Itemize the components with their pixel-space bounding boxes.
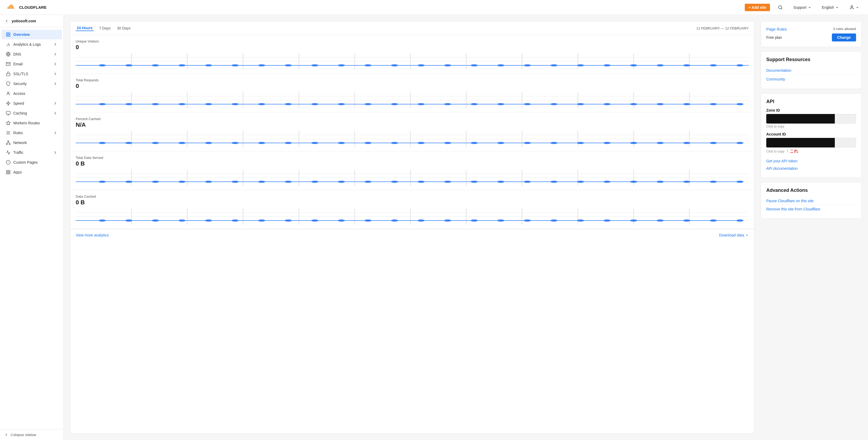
svg-point-63 xyxy=(497,64,504,66)
svg-point-226 xyxy=(683,219,690,222)
sidebar-item-label: Rules xyxy=(13,131,23,135)
chevron-right-icon xyxy=(53,52,58,57)
svg-point-166 xyxy=(125,181,132,183)
sidebar-item-rules[interactable]: Rules xyxy=(2,128,62,138)
sidebar-item-overview[interactable]: Overview xyxy=(2,30,62,39)
sidebar-item-dns[interactable]: DNS xyxy=(2,50,62,59)
svg-point-174 xyxy=(338,181,345,183)
svg-point-165 xyxy=(99,181,106,183)
svg-point-145 xyxy=(603,142,611,144)
svg-point-219 xyxy=(497,219,504,222)
svg-line-25 xyxy=(7,142,8,144)
language-button[interactable]: English xyxy=(819,4,841,11)
add-site-button[interactable]: + Add site xyxy=(745,4,770,11)
shield-icon xyxy=(6,81,11,86)
change-plan-button[interactable]: Change xyxy=(832,33,856,41)
sidebar-item-ssl-tls[interactable]: SSL/TLS xyxy=(2,69,62,79)
get-api-token-link[interactable]: Get your API token xyxy=(766,157,856,165)
api-documentation-link[interactable]: API documentation xyxy=(766,165,856,172)
svg-point-131 xyxy=(231,142,239,144)
svg-point-89 xyxy=(152,103,159,105)
svg-point-178 xyxy=(444,181,451,183)
sidebar-item-apps[interactable]: Apps xyxy=(2,167,62,177)
sidebar-item-speed[interactable]: Speed xyxy=(2,98,62,108)
cloudflare-logo[interactable]: CLOUDFLARE xyxy=(6,4,46,11)
sidebar-item-custom-pages[interactable]: Custom Pages xyxy=(2,157,62,167)
zone-id-label: Zone ID xyxy=(766,108,856,112)
svg-point-58 xyxy=(364,64,372,66)
remove-site-link[interactable]: Remove this site from Cloudflare xyxy=(766,205,856,213)
sidebar-item-access[interactable]: Access xyxy=(2,89,62,98)
chevron-right-icon xyxy=(53,42,58,47)
zone-id-click-to-copy: Click to copy xyxy=(766,125,856,128)
chart-label: Percent Cached xyxy=(76,117,749,121)
workers-icon xyxy=(6,121,11,125)
line-chart-svg xyxy=(76,170,749,186)
svg-point-51 xyxy=(179,64,186,66)
api-links: Get your API token API documentation xyxy=(766,157,856,172)
view-analytics-link[interactable]: View more analytics xyxy=(76,233,108,237)
chevron-down-icon xyxy=(808,6,811,9)
svg-rect-4 xyxy=(6,35,8,36)
svg-point-111 xyxy=(736,103,743,105)
svg-point-66 xyxy=(577,64,584,66)
svg-point-24 xyxy=(9,144,10,145)
support-resources-card: Support Resources Documentation Communit… xyxy=(761,51,862,89)
chevron-right-icon xyxy=(53,81,58,86)
user-menu-button[interactable] xyxy=(847,3,862,11)
svg-point-53 xyxy=(231,64,239,66)
support-button[interactable]: Support xyxy=(791,4,814,11)
community-link[interactable]: Community xyxy=(766,75,856,83)
svg-point-49 xyxy=(125,64,132,66)
sidebar-item-email[interactable]: Email xyxy=(2,59,62,69)
svg-point-93 xyxy=(258,103,265,105)
svg-point-64 xyxy=(524,64,531,66)
time-filter-bar: 24 Hours 7 Days 30 Days 11 FEBRUARY — 12… xyxy=(70,22,754,35)
collapse-sidebar[interactable]: Collapse sidebar xyxy=(0,429,63,440)
chart-value: 0 xyxy=(76,83,749,90)
documentation-link[interactable]: Documentation xyxy=(766,66,856,75)
svg-point-181 xyxy=(524,181,531,183)
sidebar-item-analytics-logs[interactable]: Analytics & Logs xyxy=(2,39,62,49)
svg-point-216 xyxy=(417,219,425,222)
chart-value: 0 xyxy=(76,44,749,51)
svg-point-96 xyxy=(338,103,345,105)
time-24h-button[interactable]: 24 Hours xyxy=(76,25,94,31)
zone-id-value xyxy=(766,114,835,123)
svg-point-148 xyxy=(683,142,690,144)
svg-point-210 xyxy=(258,219,265,222)
sidebar-item-caching[interactable]: Caching xyxy=(2,109,62,118)
svg-point-61 xyxy=(444,64,451,66)
time-30d-button[interactable]: 30 Days xyxy=(116,25,132,31)
download-data-link[interactable]: Download data xyxy=(719,233,749,237)
sidebar-item-security[interactable]: Security xyxy=(2,79,62,88)
svg-point-171 xyxy=(258,181,265,183)
time-7d-button[interactable]: 7 Days xyxy=(98,25,112,31)
svg-point-91 xyxy=(205,103,212,105)
sidebar-item-workers-routes[interactable]: Workers Routes xyxy=(2,118,62,128)
svg-rect-2 xyxy=(6,33,8,34)
svg-point-126 xyxy=(99,142,106,144)
sidebar-domain[interactable]: yotiosoft.com xyxy=(0,15,63,27)
pause-cloudflare-link[interactable]: Pause Cloudflare on this site xyxy=(766,197,856,205)
svg-point-69 xyxy=(657,64,664,66)
svg-point-173 xyxy=(311,181,318,183)
chart-unique-visitors: Unique Visitors 0 xyxy=(70,35,754,74)
chevron-right-icon xyxy=(53,71,58,76)
sidebar-item-traffic[interactable]: Traffic xyxy=(2,148,62,157)
sidebar-item-network[interactable]: Network xyxy=(2,138,62,147)
page-rules-link[interactable]: Page Rules xyxy=(766,27,787,31)
svg-point-170 xyxy=(231,181,239,183)
svg-rect-15 xyxy=(6,111,10,114)
svg-point-88 xyxy=(125,103,132,105)
svg-point-0 xyxy=(778,6,782,9)
svg-point-220 xyxy=(524,219,531,222)
right-panel: Page Rules 3 rules allowed Free plan Cha… xyxy=(761,21,862,434)
svg-point-150 xyxy=(736,142,743,144)
svg-point-218 xyxy=(471,219,478,222)
svg-point-182 xyxy=(550,181,558,183)
search-button[interactable] xyxy=(775,3,785,11)
svg-point-217 xyxy=(444,219,451,222)
chart-value: 0 B xyxy=(76,199,749,206)
svg-point-206 xyxy=(152,219,159,222)
